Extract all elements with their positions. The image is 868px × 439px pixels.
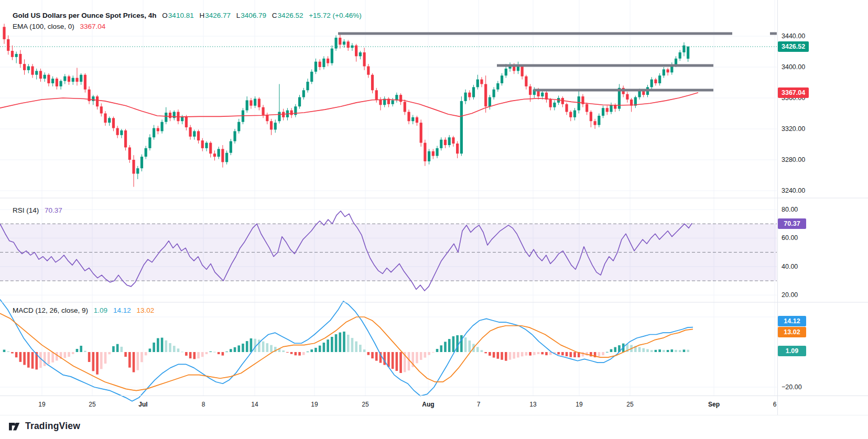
macd-line-value: 14.12 (113, 306, 131, 314)
axis-price-badge: 1.09 (778, 346, 806, 356)
time-tick-label: 7 (477, 401, 481, 408)
macd-line (0, 300, 693, 401)
axis-price-badge: 13.02 (778, 327, 806, 337)
close-value: 3426.52 (278, 12, 303, 19)
price-tick-label: 20.00 (782, 291, 798, 299)
macd-signal-line (0, 313, 693, 390)
time-tick-label: 25 (89, 401, 95, 408)
macd-signal-value: 13.02 (136, 306, 154, 314)
high-value: 3426.77 (205, 12, 231, 19)
time-axis-separator (0, 396, 868, 396)
chart-title: Gold US Dollars per Ounce Spot Prices, 4… (13, 12, 157, 19)
macd-hist-value: 1.09 (94, 306, 107, 314)
time-tick-label: 25 (626, 401, 633, 408)
macd-legend[interactable]: MACD (12, 26, close, 9) 1.09 14.12 13.02 (13, 306, 158, 314)
time-tick-label: 19 (38, 401, 45, 408)
rsi-value: 70.37 (45, 206, 62, 214)
axis-price-badge: 3426.52 (778, 41, 809, 52)
main-series-legend[interactable]: Gold US Dollars per Ounce Spot Prices, 4… (13, 12, 365, 19)
macd-histogram (3, 332, 689, 375)
open-label: O (162, 12, 168, 19)
ema-label: EMA (100, close, 0) (13, 23, 74, 30)
tradingview-logo[interactable]: TradingView (7, 419, 80, 433)
ema-legend[interactable]: EMA (100, close, 0) 3367.04 (13, 23, 109, 30)
price-tick-label: 3240.00 (782, 187, 805, 194)
price-tick-label: 80.00 (782, 206, 798, 213)
time-tick-label: 25 (362, 401, 368, 408)
time-tick-label: 13 (529, 401, 536, 408)
axis-price-badge: 3367.04 (778, 87, 809, 98)
axis-price-badge: 14.12 (778, 316, 806, 326)
tradingview-logo-icon (7, 419, 21, 433)
macd-label: MACD (12, 26, close, 9) (13, 306, 88, 314)
time-tick-label: Aug (422, 401, 434, 408)
time-tick-label: 19 (311, 401, 318, 408)
price-tick-label: 40.00 (782, 263, 798, 270)
rsi-label: RSI (14) (13, 206, 39, 214)
axis-price-badge: 70.37 (778, 218, 806, 229)
high-label: H (199, 12, 204, 19)
low-value: 3406.79 (241, 12, 266, 19)
price-tick-label: 60.00 (782, 234, 798, 242)
time-tick-label: 14 (251, 401, 258, 408)
price-tick-label: 3400.00 (782, 63, 805, 71)
price-tick-label: −20.00 (782, 383, 802, 391)
rsi-legend[interactable]: RSI (14) 70.37 (13, 206, 66, 214)
price-tick-label: 3280.00 (782, 156, 805, 163)
price-tick-label: 3440.00 (782, 32, 805, 40)
chart-bottom-border (0, 415, 868, 415)
time-tick-label: Sep (708, 401, 720, 408)
ema-value: 3367.04 (80, 23, 106, 30)
time-tick-label: 6 (773, 401, 777, 408)
open-value: 3410.81 (168, 12, 194, 19)
chart-canvas[interactable] (0, 0, 868, 439)
time-tick-label: Jul (138, 401, 147, 408)
time-tick-label: 19 (576, 401, 582, 408)
change-value: +15.72 (+0.46%) (309, 12, 362, 19)
time-tick-label: 8 (202, 401, 205, 408)
low-label: L (236, 12, 241, 19)
ema-line (0, 93, 698, 117)
chart-window: Gold US Dollars per Ounce Spot Prices, 4… (0, 0, 868, 439)
close-label: C (272, 12, 277, 19)
tradingview-logo-text: TradingView (25, 421, 80, 432)
price-tick-label: 3320.00 (782, 125, 805, 133)
